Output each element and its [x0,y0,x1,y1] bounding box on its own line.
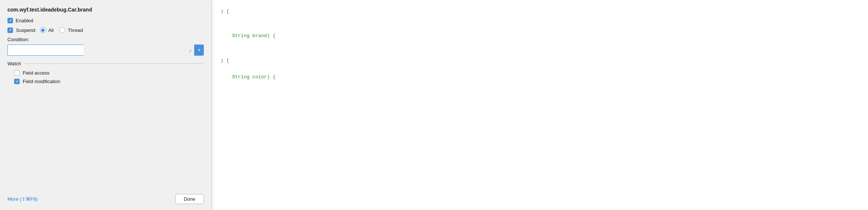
condition-dropdown-button[interactable]: ▾ [194,45,204,56]
code-line-4: String brand) { [221,32,868,40]
code-line-2 [221,16,868,24]
watch-title: Watch [7,61,21,66]
done-button[interactable]: Done [175,194,204,204]
watch-header: Watch [7,61,204,66]
radio-all-option[interactable]: All [40,27,53,33]
footer-row: More (⇧⌘F8) Done [7,191,204,204]
code-line-8 [221,65,868,73]
code-line-9: String color) { [221,73,868,81]
watch-checkboxes: Field access ✓ Field modification [7,70,204,84]
condition-section: Condition: ⤢ ▾ [7,37,204,56]
watch-section: Watch Field access ✓ Field modification [7,61,204,84]
enabled-checkbox[interactable]: ✓ [7,18,13,23]
watch-divider [25,63,204,64]
condition-input-row: ⤢ ▾ [7,45,204,56]
code-line-1: ) { [221,7,868,16]
radio-thread-option[interactable]: Thread [59,27,83,33]
suspend-checkbox-wrapper[interactable]: ✓ [7,27,13,33]
code-area: ) { String brand) { ) { String color) { [212,0,868,210]
suspend-label: Suspend: [16,27,36,33]
radio-thread-outer[interactable] [59,27,65,33]
field-access-checkbox[interactable] [14,70,20,76]
field-access-label: Field access [23,70,49,76]
code-line-7: ) { [221,57,868,65]
more-button[interactable]: More (⇧⌘F8) [7,196,37,202]
code-line-5 [221,40,868,48]
code-line-6 [221,48,868,56]
condition-input-wrapper: ⤢ [7,45,194,56]
suspend-checkmark: ✓ [9,28,12,32]
breakpoint-popup: com.wyf.test.ideadebug.Car.brand ✓ Enabl… [0,0,212,210]
radio-thread-label: Thread [68,27,83,33]
suspend-radio-group: All Thread [40,27,83,33]
radio-all-label: All [48,27,53,33]
enabled-checkbox-wrapper[interactable]: ✓ Enabled [7,18,33,23]
dropdown-arrow-icon: ▾ [198,48,200,52]
suspend-checkbox[interactable]: ✓ [7,27,13,33]
field-modification-checkbox[interactable]: ✓ [14,79,20,84]
field-access-row[interactable]: Field access [14,70,204,76]
code-line-3 [221,24,868,32]
radio-all-inner [41,29,45,32]
condition-label: Condition: [7,37,204,42]
radio-all-outer[interactable] [40,27,46,33]
enabled-checkmark: ✓ [9,19,12,23]
field-modification-row[interactable]: ✓ Field modification [14,79,204,84]
field-modification-checkmark: ✓ [16,80,19,83]
field-modification-label: Field modification [23,79,60,84]
field-title: com.wyf.test.ideadebug.Car.brand [7,7,204,13]
expand-icon: ⤢ [189,49,192,53]
enabled-label: Enabled [16,18,33,23]
condition-input[interactable] [7,45,84,56]
